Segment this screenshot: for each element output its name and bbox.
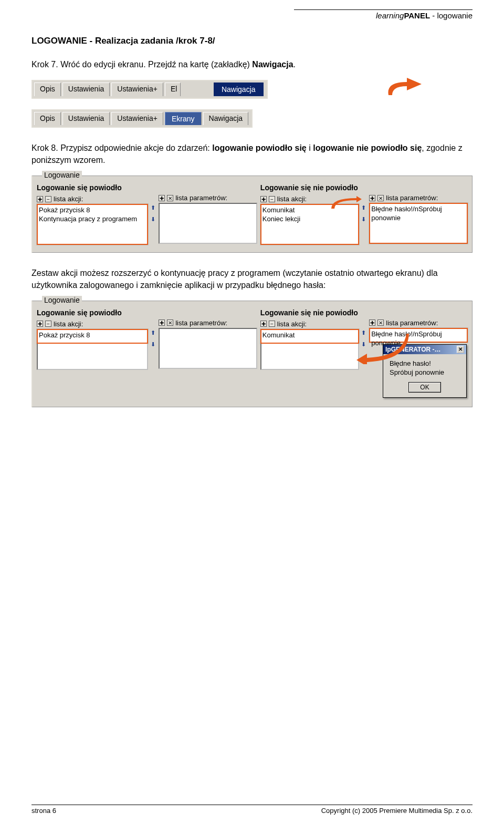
success-params-list-2[interactable] — [159, 328, 257, 369]
header-learning: learning — [376, 11, 404, 20]
remove-icon[interactable]: − — [269, 321, 275, 327]
tabstrip-1: Opis Ustawienia Ustawienia+ El Nawigacja — [32, 80, 268, 99]
list-item[interactable]: Pokaż przycisk 8 — [39, 206, 146, 215]
fail-params-list[interactable]: Błędne hasło!/nSpróbuj ponownie — [369, 203, 468, 244]
page-title: LOGOWANIE - Realizacja zadania /krok 7-8… — [32, 36, 472, 46]
move-down-icon[interactable]: ⬇ — [149, 341, 156, 348]
success-header: Logowanie się powiodło — [37, 308, 148, 317]
logowanie-group-2: Logowanie Logowanie się powiodło ✚ − lis… — [32, 301, 472, 407]
fail-actions-list-2b[interactable] — [260, 344, 359, 370]
pointer-arrow-icon — [386, 77, 423, 95]
page-footer: strona 6 Copyright (c) 2005 Premiere Mul… — [32, 805, 472, 815]
header-section: - logowanie — [430, 11, 472, 20]
list-item[interactable]: Kontynuacja pracy z programem — [39, 215, 146, 224]
success-params-list[interactable] — [159, 203, 257, 244]
footer-page: strona 6 — [32, 807, 56, 815]
reorder-arrows: ⬆ ⬇ — [149, 308, 158, 370]
dialog-pointer-arrow-icon — [356, 333, 409, 364]
success-header: Logowanie się powiodło — [37, 183, 148, 192]
tab-ekrany-selected[interactable]: Ekrany — [165, 112, 202, 125]
group-title: Logowanie — [42, 296, 82, 304]
footer-copyright: Copyright (c) 2005 Premiere Multimedia S… — [321, 807, 472, 815]
step-8-text: Krok 8. Przypisz odpowiednie akcje do zd… — [32, 142, 472, 166]
header-panel: PANEL — [404, 11, 430, 20]
fail-header: Logowanie się nie powiodło — [260, 308, 359, 317]
add-icon[interactable]: ✚ — [260, 321, 267, 327]
list-params-label: lista parametrów: — [175, 194, 227, 202]
add-icon[interactable]: ✚ — [369, 195, 375, 201]
remove-icon[interactable]: − — [45, 196, 51, 202]
reorder-arrows: ⬆ ⬇ — [149, 183, 158, 245]
remove-icon[interactable]: − — [45, 321, 51, 327]
list-params-label: lista parametrów: — [386, 319, 438, 327]
tab-ustawienia-plus[interactable]: Ustawienia+ — [111, 83, 163, 96]
add-icon[interactable]: ✚ — [159, 195, 165, 201]
tab-ustawienia[interactable]: Ustawienia — [62, 83, 110, 96]
list-actions-label: lista akcji: — [54, 320, 83, 328]
close-icon[interactable]: ✕ — [457, 346, 464, 353]
add-icon[interactable]: ✚ — [37, 321, 43, 327]
list-actions-label: lista akcji: — [277, 195, 307, 203]
ok-button[interactable]: OK — [409, 383, 440, 392]
success-actions-list[interactable]: Pokaż przycisk 8 Kontynuacja pracy z pro… — [37, 204, 148, 245]
expand-text: Zestaw akcji możesz rozszerzyć o kontynu… — [32, 267, 472, 291]
list-params-label: lista parametrów: — [175, 319, 227, 327]
link-arrow-icon — [330, 196, 362, 217]
clear-icon[interactable]: ✕ — [167, 320, 173, 326]
list-item[interactable]: Błędne hasło!/nSpróbuj ponownie — [371, 205, 466, 223]
move-down-icon[interactable]: ⬇ — [360, 216, 368, 223]
add-icon[interactable]: ✚ — [260, 196, 267, 202]
move-down-icon[interactable]: ⬇ — [149, 216, 156, 223]
tab-opis-2[interactable]: Opis — [34, 112, 61, 125]
logowanie-group-1: Logowanie Logowanie się powiodło ✚ − lis… — [32, 176, 472, 253]
clear-icon[interactable]: ✕ — [377, 195, 384, 201]
move-up-icon[interactable]: ⬆ — [149, 204, 156, 212]
tab-nawigacja-2[interactable]: Nawigacja — [203, 112, 249, 125]
remove-icon[interactable]: − — [269, 196, 275, 202]
list-item[interactable]: Pokaż przycisk 8 — [39, 331, 146, 340]
move-up-icon[interactable]: ⬆ — [149, 329, 156, 337]
success-actions-list-2[interactable]: Pokaż przycisk 8 — [37, 329, 148, 344]
dialog-line2: Spróbuj ponownie — [390, 368, 460, 377]
add-icon[interactable]: ✚ — [369, 320, 375, 326]
list-actions-label: lista akcji: — [54, 195, 83, 203]
tab-ustawienia-2[interactable]: Ustawienia — [62, 112, 110, 125]
group-title: Logowanie — [42, 171, 82, 179]
fail-actions-list-2[interactable]: Komunikat — [260, 329, 359, 344]
fail-header: Logowanie się nie powiodło — [260, 183, 359, 192]
clear-icon[interactable]: ✕ — [167, 195, 173, 201]
tabstrip-2: Opis Ustawienia Ustawienia+ Ekrany Nawig… — [32, 109, 253, 128]
page-header: learningPANEL - logowanie — [32, 11, 472, 20]
step-7-text: Krok 7. Wróć do edycji ekranu. Przejdź n… — [32, 59, 472, 70]
add-icon[interactable]: ✚ — [159, 320, 165, 326]
success-actions-list-2b[interactable] — [37, 344, 148, 370]
list-actions-label: lista akcji: — [277, 320, 307, 328]
tab-opis[interactable]: Opis — [34, 83, 61, 96]
tab-ustawienia-plus-2[interactable]: Ustawienia+ — [111, 112, 163, 125]
list-params-label: lista parametrów: — [386, 194, 438, 202]
tab-truncated[interactable]: El — [165, 83, 181, 96]
clear-icon[interactable]: ✕ — [377, 320, 384, 326]
add-icon[interactable]: ✚ — [37, 196, 43, 202]
list-item[interactable]: Komunikat — [262, 331, 357, 340]
tab-nawigacja-selected[interactable]: Nawigacja — [214, 83, 264, 96]
